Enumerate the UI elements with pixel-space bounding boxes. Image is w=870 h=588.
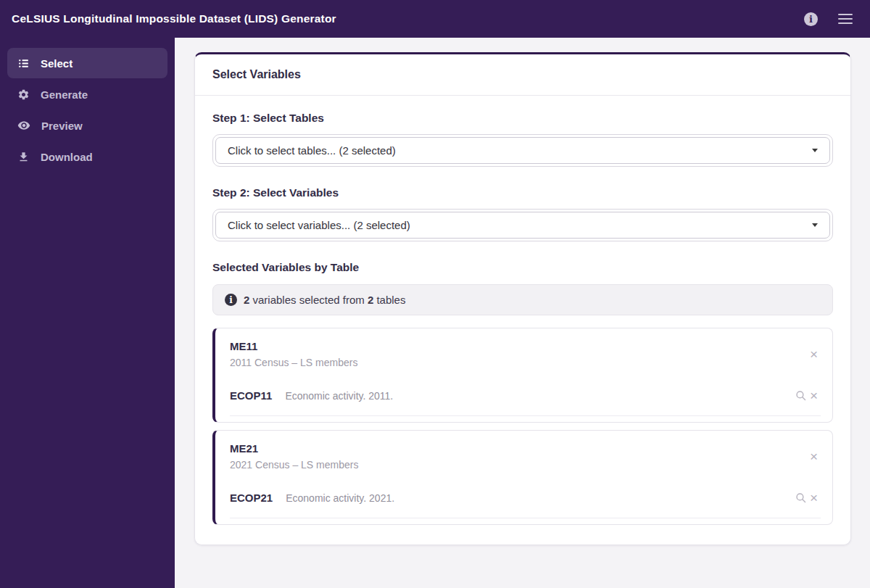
table-card: ME21 2021 Census – LS members × ECOP21 E… (212, 430, 833, 525)
selection-summary: i 2 variables selected from 2 tables (212, 284, 833, 315)
table-titles: ME21 2021 Census – LS members (230, 442, 807, 471)
app-header: CeLSIUS Longitudinal Impossible Dataset … (0, 0, 870, 38)
variables-dropdown-container: Click to select variables... (2 selected… (212, 209, 833, 241)
sidebar-item-preview[interactable]: Preview (7, 110, 167, 141)
sidebar-item-label: Generate (41, 88, 88, 101)
inspect-variable-button[interactable] (795, 389, 807, 402)
variables-dropdown-label: Click to select variables... (2 selected… (228, 219, 812, 231)
list-icon (17, 57, 30, 70)
tables-dropdown-label: Click to select tables... (2 selected) (228, 144, 812, 157)
search-icon (795, 492, 807, 504)
sidebar-item-label: Select (41, 57, 72, 70)
hamburger-menu-icon[interactable] (838, 14, 853, 25)
variable-description: Economic activity. 2021. (286, 492, 784, 504)
table-code: ME21 (230, 442, 807, 455)
table-card-header: ME21 2021 Census – LS members × (230, 442, 821, 471)
step2-heading: Step 2: Select Variables (212, 186, 833, 199)
chevron-down-icon (812, 223, 818, 227)
table-card: ME11 2011 Census – LS members × ECOP11 E… (212, 328, 833, 423)
main-content: Select Variables Step 1: Select Tables C… (175, 38, 870, 588)
table-code: ME11 (230, 340, 807, 352)
inspect-variable-button[interactable] (795, 492, 807, 504)
select-variables-card: Select Variables Step 1: Select Tables C… (194, 52, 851, 545)
remove-variable-button[interactable]: × (807, 489, 821, 506)
info-icon: i (225, 294, 237, 306)
sidebar-item-select[interactable]: Select (7, 48, 167, 78)
download-icon (17, 151, 30, 163)
variable-row: ECOP21 Economic activity. 2021. × (230, 489, 821, 518)
selected-variables-heading: Selected Variables by Table (212, 261, 833, 274)
remove-table-button[interactable]: × (807, 346, 821, 363)
table-name: 2021 Census – LS members (230, 459, 807, 471)
table-card-header: ME11 2011 Census – LS members × (230, 340, 821, 368)
tables-dropdown[interactable]: Click to select tables... (2 selected) (215, 137, 830, 164)
gear-icon (17, 88, 30, 101)
tables-dropdown-container: Click to select tables... (2 selected) (212, 134, 833, 167)
card-title: Select Variables (195, 54, 850, 96)
header-actions: i (804, 12, 853, 26)
chevron-down-icon (812, 149, 818, 152)
card-body: Step 1: Select Tables Click to select ta… (195, 96, 850, 550)
variable-code: ECOP21 (230, 492, 273, 504)
search-icon (795, 389, 807, 402)
sidebar-nav: Select Generate Preview Download (0, 38, 175, 588)
eye-icon (17, 119, 30, 132)
step1-heading: Step 1: Select Tables (212, 112, 833, 125)
variable-row: ECOP11 Economic activity. 2011. × (230, 387, 821, 416)
variable-code: ECOP11 (230, 389, 272, 402)
variable-description: Economic activity. 2011. (285, 390, 784, 402)
remove-table-button[interactable]: × (807, 448, 821, 465)
table-titles: ME11 2011 Census – LS members (230, 340, 807, 368)
app-title: CeLSIUS Longitudinal Impossible Dataset … (12, 12, 804, 25)
sidebar-item-label: Preview (41, 120, 83, 132)
table-name: 2011 Census – LS members (230, 357, 807, 368)
sidebar-item-label: Download (41, 151, 93, 163)
sidebar-item-download[interactable]: Download (7, 141, 167, 172)
remove-variable-button[interactable]: × (807, 387, 821, 404)
variables-dropdown[interactable]: Click to select variables... (2 selected… (215, 212, 830, 239)
sidebar-item-generate[interactable]: Generate (7, 79, 167, 109)
selection-summary-text: 2 variables selected from 2 tables (244, 294, 405, 306)
info-circle-icon[interactable]: i (804, 12, 818, 26)
